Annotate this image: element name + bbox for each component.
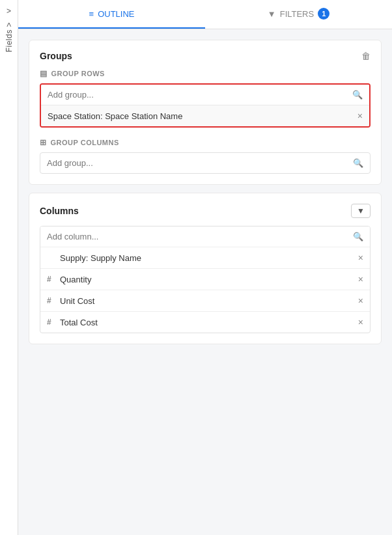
- group-rows-tag-text: Space Station: Space Station Name: [48, 111, 182, 121]
- column-prefix: #: [47, 296, 55, 305]
- column-item-left: # Quantity: [47, 275, 91, 284]
- group-rows-label: ▤ GROUP ROWS: [40, 69, 371, 78]
- tab-bar: ≡ OUTLINE ▼ FILTERS 1: [18, 0, 392, 29]
- column-label: Quantity: [60, 275, 91, 284]
- column-label: Unit Cost: [60, 296, 94, 306]
- outline-icon: ≡: [89, 9, 94, 19]
- collapse-chevron[interactable]: >: [7, 7, 11, 16]
- group-rows-search-row: 🔍: [41, 85, 369, 105]
- column-remove-button[interactable]: ×: [358, 317, 363, 327]
- group-rows-text: GROUP ROWS: [51, 70, 105, 77]
- column-item-left: Supply: Supply Name: [47, 253, 141, 263]
- filter-icon: ▼: [268, 9, 276, 19]
- columns-search-row: 🔍: [40, 226, 370, 247]
- column-item: # Quantity ×: [40, 268, 370, 290]
- column-item-left: # Unit Cost: [47, 296, 94, 306]
- column-item: # Total Cost ×: [40, 311, 370, 333]
- column-label: Supply: Supply Name: [60, 253, 141, 263]
- group-rows-tag: Space Station: Space Station Name ×: [41, 105, 369, 126]
- groups-header: Groups 🗑: [40, 51, 371, 61]
- group-rows-tag-close[interactable]: ×: [357, 111, 363, 121]
- column-prefix: #: [47, 275, 55, 284]
- tab-outline-label: OUTLINE: [98, 9, 134, 19]
- group-columns-text: GROUP COLUMNS: [51, 139, 119, 146]
- group-columns-search-input[interactable]: [47, 158, 353, 168]
- side-panel: > Fields >: [0, 0, 18, 535]
- column-item: # Unit Cost ×: [40, 290, 370, 311]
- column-remove-button[interactable]: ×: [358, 295, 363, 306]
- tab-outline[interactable]: ≡ OUTLINE: [18, 0, 205, 29]
- tab-filters[interactable]: ▼ FILTERS 1: [205, 0, 392, 29]
- group-rows-search-input[interactable]: [48, 90, 352, 100]
- group-columns-search-icon: 🔍: [353, 158, 363, 168]
- group-columns-search-box: 🔍: [40, 152, 371, 174]
- column-label: Total Cost: [60, 318, 98, 327]
- column-item: Supply: Supply Name ×: [40, 247, 370, 268]
- groups-delete-button[interactable]: 🗑: [361, 51, 371, 61]
- group-columns-icon: ⊞: [40, 138, 47, 147]
- column-prefix: #: [47, 318, 55, 327]
- group-columns-label: ⊞ GROUP COLUMNS: [40, 138, 371, 147]
- groups-section: Groups 🗑 ▤ GROUP ROWS 🔍 Space Station: S…: [29, 40, 382, 185]
- filters-badge: 1: [318, 8, 329, 20]
- column-remove-button[interactable]: ×: [358, 274, 363, 284]
- columns-items-container: Supply: Supply Name × # Quantity × # Uni…: [40, 247, 370, 333]
- columns-search-input[interactable]: [47, 232, 353, 241]
- tab-filters-label: FILTERS: [280, 9, 315, 19]
- group-rows-box: 🔍 Space Station: Space Station Name ×: [40, 83, 371, 128]
- main-panel: ≡ OUTLINE ▼ FILTERS 1 Groups 🗑 ▤ GROUP R…: [18, 0, 392, 535]
- columns-dropdown-button[interactable]: ▼: [351, 204, 371, 218]
- groups-title: Groups: [40, 51, 72, 61]
- group-rows-icon: ▤: [40, 69, 48, 78]
- fields-label[interactable]: Fields >: [5, 22, 14, 52]
- columns-title: Columns: [40, 206, 79, 216]
- columns-section: Columns ▼ 🔍 Supply: Supply Name × # Quan…: [29, 193, 382, 344]
- content-area: Groups 🗑 ▤ GROUP ROWS 🔍 Space Station: S…: [18, 29, 392, 535]
- columns-list: 🔍 Supply: Supply Name × # Quantity × # U…: [40, 226, 371, 333]
- column-remove-button[interactable]: ×: [358, 253, 363, 263]
- column-item-left: # Total Cost: [47, 318, 98, 327]
- group-rows-search-icon: 🔍: [352, 90, 363, 100]
- columns-header: Columns ▼: [40, 204, 371, 218]
- columns-search-icon: 🔍: [353, 232, 363, 241]
